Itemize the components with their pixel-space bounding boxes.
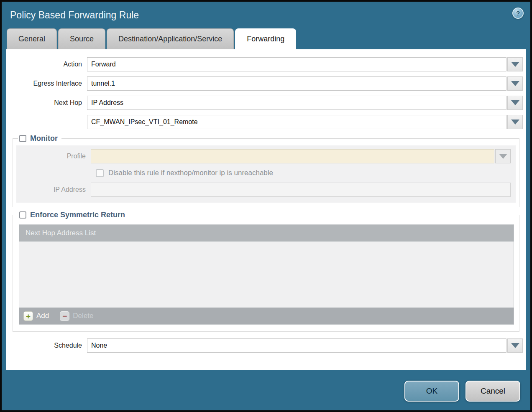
action-label: Action: [12, 61, 87, 68]
next-hop-address-dropdown-button[interactable]: [507, 115, 523, 129]
dialog-titlebar: Policy Based Forwarding Rule ?: [2, 2, 530, 28]
schedule-row: Schedule None: [12, 338, 523, 353]
tab-general[interactable]: General: [7, 28, 57, 49]
monitor-legend-label: Monitor: [30, 134, 58, 143]
next-hop-type-value[interactable]: IP Address: [87, 96, 506, 110]
chevron-down-icon: [511, 120, 519, 125]
action-row: Action Forward: [12, 57, 523, 71]
monitor-ip-address-label: IP Address: [16, 186, 91, 193]
profile-select: [91, 149, 511, 163]
chevron-down-icon: [511, 343, 519, 348]
profile-label: Profile: [16, 153, 91, 160]
egress-interface-label: Egress Interface: [12, 80, 87, 87]
dialog-title: Policy Based Forwarding Rule: [10, 10, 139, 21]
next-hop-label: Next Hop: [12, 99, 87, 107]
schedule-dropdown-button[interactable]: [507, 338, 523, 353]
plus-icon: +: [23, 311, 33, 321]
egress-interface-value[interactable]: tunnel.1: [87, 76, 506, 91]
tab-bar: General Source Destination/Application/S…: [2, 28, 530, 49]
delete-button: − Delete: [60, 311, 93, 321]
chevron-down-icon: [499, 154, 507, 159]
enforce-legend-label: Enforce Symmetric Return: [30, 211, 125, 219]
monitor-ip-address-input: [91, 183, 511, 197]
next-hop-address-list-header: Next Hop Address List: [19, 225, 514, 242]
schedule-value[interactable]: None: [87, 338, 506, 353]
minus-icon: −: [60, 311, 69, 321]
next-hop-type-select: IP Address: [87, 96, 523, 110]
chevron-down-icon: [511, 81, 519, 86]
next-hop-address-list-toolbar: + Add − Delete: [19, 308, 514, 324]
monitor-disabled-panel: Profile Disable this rule if nexthop/mon…: [16, 145, 516, 203]
enforce-symmetric-return-checkbox[interactable]: [19, 211, 26, 219]
schedule-select: None: [87, 338, 523, 353]
ok-button[interactable]: OK: [404, 381, 459, 402]
profile-value: [91, 149, 494, 163]
next-hop-address-list-body[interactable]: [19, 242, 514, 308]
monitor-checkbox[interactable]: [19, 135, 26, 142]
next-hop-type-dropdown-button[interactable]: [507, 96, 523, 110]
monitor-legend: Monitor: [18, 134, 61, 143]
next-hop-address-select: CF_MWAN_IPsec_VTI_01_Remote: [87, 115, 523, 129]
tab-forwarding[interactable]: Forwarding: [235, 28, 296, 49]
egress-interface-select: tunnel.1: [87, 76, 523, 91]
dialog-frame: Policy Based Forwarding Rule ? General S…: [0, 0, 532, 412]
help-icon[interactable]: ?: [512, 8, 524, 19]
enforce-symmetric-return-section: Enforce Symmetric Return Next Hop Addres…: [13, 211, 519, 332]
tab-source[interactable]: Source: [58, 28, 105, 49]
chevron-down-icon: [511, 62, 519, 67]
next-hop-row: Next Hop IP Address: [12, 96, 523, 110]
next-hop-address-value[interactable]: CF_MWAN_IPsec_VTI_01_Remote: [87, 115, 506, 129]
next-hop-address-list-table: Next Hop Address List + Add − Delete: [19, 224, 514, 325]
disable-rule-checkbox: [96, 169, 104, 177]
monitor-ip-address-row: IP Address: [16, 183, 511, 197]
enforce-legend: Enforce Symmetric Return: [18, 211, 129, 219]
dialog-button-bar: OK Cancel: [2, 370, 530, 402]
delete-button-label: Delete: [73, 312, 93, 320]
disable-rule-label: Disable this rule if nexthop/monitor ip …: [108, 169, 273, 177]
disable-rule-row: Disable this rule if nexthop/monitor ip …: [96, 169, 511, 177]
schedule-label: Schedule: [12, 342, 87, 349]
egress-interface-row: Egress Interface tunnel.1: [12, 76, 523, 91]
egress-interface-dropdown-button[interactable]: [507, 76, 523, 91]
forwarding-tab-panel: Action Forward Egress Interface tunnel.1…: [6, 49, 526, 370]
profile-dropdown-button: [495, 149, 511, 163]
cancel-button[interactable]: Cancel: [466, 381, 520, 402]
next-hop-address-row: CF_MWAN_IPsec_VTI_01_Remote: [12, 115, 523, 129]
monitor-section: Monitor Profile Disable this rule if nex…: [13, 134, 519, 207]
profile-row: Profile: [16, 149, 511, 163]
tab-destination-application-service[interactable]: Destination/Application/Service: [107, 28, 234, 49]
add-button-label: Add: [36, 312, 49, 320]
add-button[interactable]: + Add: [23, 311, 49, 321]
action-select: Forward: [87, 57, 523, 71]
action-value[interactable]: Forward: [87, 57, 506, 71]
action-dropdown-button[interactable]: [507, 57, 523, 71]
chevron-down-icon: [511, 100, 519, 105]
